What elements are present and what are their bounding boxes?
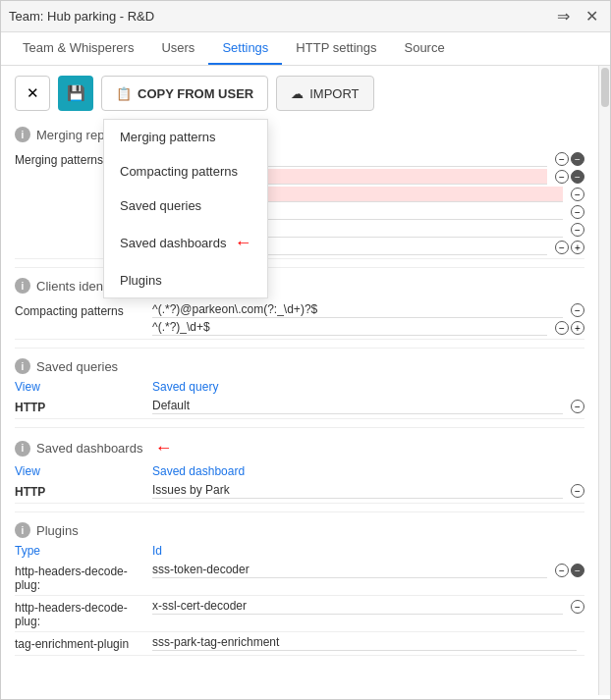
saved-dashboards-col-headers: View Saved dashboard bbox=[15, 464, 584, 478]
plugins-col-headers: Type Id bbox=[15, 544, 584, 558]
plugin-row-2: http-headers-decode-plug: x-ssl-cert-dec… bbox=[15, 596, 584, 632]
discard-button[interactable]: ✕ bbox=[15, 76, 50, 111]
col-header-view-dashboards: View bbox=[15, 464, 152, 478]
remove-plugin-2[interactable]: − bbox=[571, 600, 584, 614]
save-button[interactable]: 💾 bbox=[58, 76, 93, 111]
pattern-icons-1: − − bbox=[555, 152, 584, 166]
compacting-patterns-values: ^(.*?)@parkeon\.com(?:_\d+)?$ − ^(.*?)_\… bbox=[152, 302, 584, 336]
col-header-saved-dashboard: Saved dashboard bbox=[152, 464, 584, 478]
saved-dashboard-value-1: Issues by Park bbox=[152, 483, 563, 499]
col-header-saved-query: Saved query bbox=[152, 380, 584, 394]
scrollbar[interactable] bbox=[598, 66, 610, 695]
tab-settings[interactable]: Settings bbox=[208, 32, 282, 65]
toolbar: ✕ 💾 📋 COPY FROM USER ☁ IMPORT Merging pa… bbox=[15, 76, 584, 111]
close-icon: ✕ bbox=[27, 84, 39, 102]
plugins-info-icon: i bbox=[15, 522, 30, 538]
remove-pattern-4[interactable]: − bbox=[571, 205, 584, 219]
title-bar: Team: Hub parking - R&D ⇒ ✕ bbox=[1, 1, 610, 32]
compact-text-1: ^(.*?)@parkeon\.com(?:_\d+)?$ bbox=[152, 302, 563, 318]
remove-pattern-5[interactable]: − bbox=[571, 223, 584, 237]
clients-id-info-icon: i bbox=[15, 278, 30, 294]
saved-dashboards-arrow: ← bbox=[154, 438, 172, 458]
remove2-pattern-2[interactable]: − bbox=[571, 170, 584, 184]
copy-from-user-label: COPY FROM USER bbox=[138, 86, 253, 101]
remove-compact-2[interactable]: − bbox=[555, 321, 569, 335]
tabs-bar: Team & Whisperers Users Settings HTTP se… bbox=[1, 32, 610, 66]
copy-from-user-button[interactable]: 📋 COPY FROM USER bbox=[101, 76, 268, 111]
tab-http-settings[interactable]: HTTP settings bbox=[282, 32, 390, 65]
pattern-icons-5: − bbox=[571, 223, 584, 237]
import-button[interactable]: ☁ IMPORT bbox=[276, 76, 373, 111]
compact-row-2: ^(.*?)_\d+$ − + bbox=[152, 320, 584, 336]
merging-patterns-row: Merging patterns ^(.*?-poller) − − ^(.*?… bbox=[15, 148, 584, 259]
saved-dashboards-header: i Saved dashboards ← bbox=[15, 438, 584, 458]
remove-pattern-1[interactable]: − bbox=[555, 152, 569, 166]
compact-text-2: ^(.*?)_\d+$ bbox=[152, 320, 547, 336]
plugin-id-3: sss-park-tag-enrichment bbox=[152, 635, 577, 651]
import-label: IMPORT bbox=[309, 86, 359, 101]
tab-team-whisperers[interactable]: Team & Whisperers bbox=[9, 32, 147, 65]
saved-queries-col-headers: View Saved query bbox=[15, 380, 584, 394]
col-header-type: Type bbox=[15, 544, 152, 558]
close-button[interactable]: ✕ bbox=[582, 7, 602, 26]
saved-dashboards-info-icon: i bbox=[15, 441, 30, 457]
compacting-patterns-label: Compacting patterns bbox=[15, 302, 152, 318]
cloud-icon: ☁ bbox=[291, 86, 304, 101]
saved-queries-info-icon: i bbox=[15, 358, 30, 374]
pattern-icons-3: − bbox=[571, 188, 584, 201]
saved-query-view-1: HTTP bbox=[15, 399, 152, 414]
compact-icons-1: − bbox=[571, 303, 584, 317]
arrow-indicator: ← bbox=[234, 233, 251, 253]
remove-saved-dashboard-1[interactable]: − bbox=[571, 484, 584, 498]
saved-query-value-1: Default bbox=[152, 399, 563, 414]
plugins-header: i Plugins bbox=[15, 522, 584, 538]
saved-queries-header: i Saved queries bbox=[15, 358, 584, 374]
plugin-type-3: tag-enrichment-plugin bbox=[15, 635, 152, 651]
add-plugin-1[interactable]: − bbox=[571, 564, 584, 577]
saved-dashboards-title: Saved dashboards bbox=[36, 441, 142, 456]
plugin-type-1: http-headers-decode-plug: bbox=[15, 563, 152, 592]
tab-users[interactable]: Users bbox=[147, 32, 208, 65]
title-text: Team: Hub parking - R&D bbox=[9, 9, 154, 24]
remove2-pattern-1[interactable]: − bbox=[571, 152, 584, 166]
plugin-id-2: x-ssl-cert-decoder bbox=[152, 599, 563, 615]
copy-dropdown-menu: Merging patterns Compacting patterns Sav… bbox=[103, 119, 268, 298]
dropdown-item-plugins[interactable]: Plugins bbox=[104, 263, 267, 297]
pin-button[interactable]: ⇒ bbox=[553, 7, 574, 26]
plugin-row-3: tag-enrichment-plugin sss-park-tag-enric… bbox=[15, 632, 584, 656]
save-icon: 💾 bbox=[67, 84, 85, 102]
dropdown-item-compacting-patterns[interactable]: Compacting patterns bbox=[104, 154, 267, 188]
saved-query-row-1: HTTP Default − bbox=[15, 396, 584, 419]
saved-dashboard-view-1: HTTP bbox=[15, 483, 152, 499]
clipboard-icon: 📋 bbox=[116, 86, 132, 101]
add-pattern-6[interactable]: + bbox=[571, 241, 584, 254]
pattern-icons-6: − + bbox=[555, 241, 584, 254]
plugins-title: Plugins bbox=[36, 523, 79, 538]
compact-row-1: ^(.*?)@parkeon\.com(?:_\d+)?$ − bbox=[152, 302, 584, 318]
remove-pattern-2[interactable]: − bbox=[555, 170, 569, 184]
merging-replicas-info-icon: i bbox=[15, 127, 30, 142]
remove-pattern-3[interactable]: − bbox=[571, 188, 584, 201]
dropdown-item-merging-patterns[interactable]: Merging patterns bbox=[104, 120, 267, 154]
clients-id-header: i Clients identification compacting bbox=[15, 278, 584, 294]
plugin-type-2: http-headers-decode-plug: bbox=[15, 599, 152, 628]
saved-dashboard-row-1: HTTP Issues by Park − bbox=[15, 480, 584, 504]
remove-compact-1[interactable]: − bbox=[571, 303, 584, 317]
content-area: ✕ 💾 📋 COPY FROM USER ☁ IMPORT Merging pa… bbox=[1, 66, 610, 695]
pattern-icons-2: − − bbox=[555, 170, 584, 184]
pattern-icons-4: − bbox=[571, 205, 584, 219]
add-compact-2[interactable]: + bbox=[571, 321, 584, 335]
col-header-id: Id bbox=[152, 544, 584, 558]
col-header-view-queries: View bbox=[15, 380, 152, 394]
dropdown-item-saved-dashboards[interactable]: Saved dashboards ← bbox=[104, 223, 267, 263]
dropdown-item-saved-queries[interactable]: Saved queries bbox=[104, 188, 267, 223]
remove-pattern-6[interactable]: − bbox=[555, 241, 569, 254]
tab-source[interactable]: Source bbox=[390, 32, 458, 65]
plugin-id-1: sss-token-decoder bbox=[152, 563, 547, 578]
merging-replicas-header: i Merging replicas bbox=[15, 127, 584, 142]
remove-saved-query-1[interactable]: − bbox=[571, 400, 584, 413]
compact-icons-2: − + bbox=[555, 321, 584, 335]
main-panel: ✕ 💾 📋 COPY FROM USER ☁ IMPORT Merging pa… bbox=[1, 66, 598, 695]
plugin-row-1: http-headers-decode-plug: sss-token-deco… bbox=[15, 560, 584, 596]
remove-plugin-1[interactable]: − bbox=[555, 564, 569, 577]
